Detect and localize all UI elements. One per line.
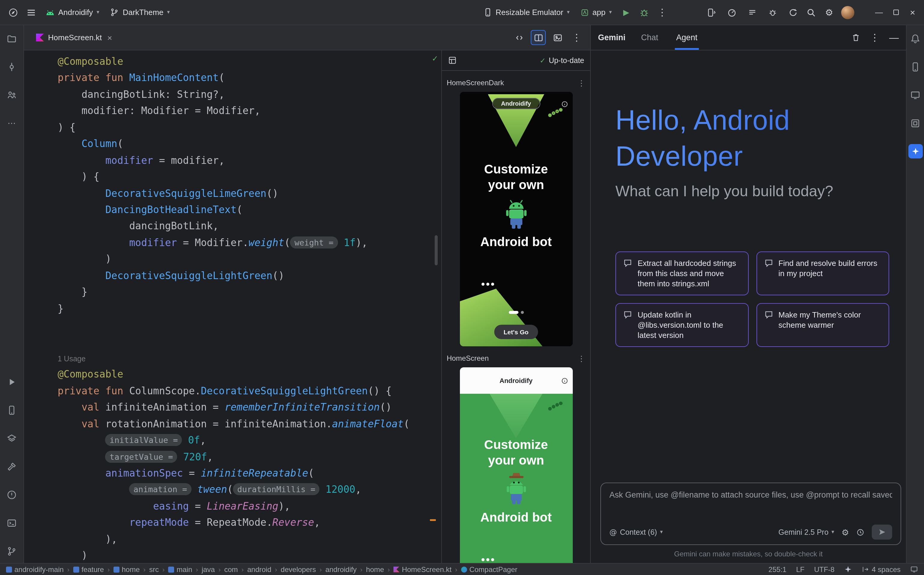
build-tool-icon[interactable] xyxy=(5,459,19,473)
code-line[interactable]: repeatMode = RepeatMode.Reverse, xyxy=(58,515,432,531)
search-icon[interactable] xyxy=(803,4,819,21)
version-control-icon[interactable] xyxy=(5,544,19,558)
main-menu-button[interactable] xyxy=(23,4,40,21)
preview-menu-kebab[interactable]: ⋮ xyxy=(577,354,585,363)
code-line[interactable]: val infiniteAnimation = rememberInfinite… xyxy=(58,399,432,416)
file-encoding[interactable]: UTF-8 xyxy=(814,565,835,573)
gemini-tab-chat[interactable]: Chat xyxy=(640,25,660,50)
breadcrumb-item[interactable]: main xyxy=(168,565,192,573)
code-line[interactable]: } xyxy=(58,284,432,300)
device-explorer-icon[interactable] xyxy=(5,403,19,417)
more-tool-windows-icon[interactable]: ⋯ xyxy=(5,116,19,130)
breadcrumb-item[interactable]: androidify xyxy=(325,565,357,573)
run-tool-icon[interactable] xyxy=(5,375,19,389)
screen-icon[interactable] xyxy=(910,565,918,573)
suggestion-card[interactable]: Find and resolve build errors in my proj… xyxy=(756,251,889,295)
gradle-sync-icon[interactable] xyxy=(785,4,802,21)
window-maximize-button[interactable] xyxy=(889,6,902,19)
code-line[interactable]: DecorativeSquiggleLightGreen() xyxy=(58,267,432,284)
gemini-spark-icon[interactable] xyxy=(844,565,852,573)
inlay-hint[interactable]: targetValue = xyxy=(105,451,177,462)
tab-close-icon[interactable]: × xyxy=(107,33,112,42)
code-editor[interactable]: @Composableprivate fun MainHomeContent( … xyxy=(24,51,441,563)
code-line[interactable]: DancingBotHeadlineText( xyxy=(58,202,432,218)
split-view-button[interactable] xyxy=(531,30,546,45)
code-line[interactable]: initialValue = 0f, xyxy=(58,432,432,449)
code-line[interactable]: } xyxy=(58,300,432,317)
preview-scroll-area[interactable]: HomeScreenDark ⋮ Androidify Customize yo… xyxy=(442,71,590,563)
inlay-hint[interactable]: initialValue = xyxy=(105,434,182,446)
preview-homescreendark[interactable]: Androidify Customize your own xyxy=(460,92,573,346)
editor-tab-homescreen[interactable]: HomeScreen.kt × xyxy=(30,25,118,50)
breadcrumb-item[interactable]: home xyxy=(366,565,384,573)
indent-setting[interactable]: 4 spaces xyxy=(862,565,900,573)
code-line[interactable]: animation = tween(durationMillis = 12000… xyxy=(58,482,432,498)
app-quality-insights-icon[interactable] xyxy=(764,4,781,21)
commit-tool-icon[interactable] xyxy=(5,59,19,74)
run-config-selector[interactable]: app ▾ xyxy=(576,5,617,20)
code-line[interactable]: private fun ColumnScope.DecorativeSquigg… xyxy=(58,383,432,399)
window-close-button[interactable]: × xyxy=(906,6,919,19)
send-button[interactable] xyxy=(872,524,892,540)
code-line[interactable]: targetValue = 720f, xyxy=(58,449,432,465)
gemini-input[interactable]: Ask Gemini, use @filename to attach sour… xyxy=(609,490,892,499)
code-line[interactable]: animationSpec = infiniteRepeatable( xyxy=(58,465,432,482)
notifications-icon[interactable] xyxy=(908,31,922,46)
project-selector[interactable]: Androidify ▾ xyxy=(41,5,104,20)
editor-scrollbar-thumb[interactable] xyxy=(435,235,438,265)
code-line[interactable]: modifier: Modifier = Modifier, xyxy=(58,103,432,119)
code-line[interactable]: ), xyxy=(58,531,432,547)
branch-selector[interactable]: DarkTheme ▾ xyxy=(105,5,175,20)
run-button[interactable]: ▶ xyxy=(618,4,635,21)
code-line[interactable]: ) xyxy=(58,251,432,268)
problems-tool-icon[interactable] xyxy=(5,488,19,502)
editor-options-kebab[interactable]: ⋮ xyxy=(569,30,584,45)
line-ending[interactable]: LF xyxy=(796,565,805,573)
error-stripe[interactable]: ✓ xyxy=(432,51,441,563)
breadcrumb-item[interactable]: com xyxy=(224,565,238,573)
running-devices-icon[interactable] xyxy=(908,87,922,102)
design-view-button[interactable] xyxy=(550,30,565,45)
breadcrumb-item[interactable]: feature xyxy=(73,565,104,573)
suggestion-card[interactable]: Make my Theme's color scheme warmer xyxy=(756,303,889,347)
code-line[interactable]: ) { xyxy=(58,119,432,136)
profiler-icon[interactable] xyxy=(724,4,740,21)
preview-homescreen[interactable]: Androidify Customize your own xyxy=(460,367,573,563)
inlay-hint[interactable]: animation = xyxy=(129,483,191,496)
code-line[interactable] xyxy=(58,334,432,350)
gemini-prompt-box[interactable]: Ask Gemini, use @filename to attach sour… xyxy=(600,483,901,545)
code-line[interactable]: @Composable xyxy=(58,53,432,70)
terminal-tool-icon[interactable] xyxy=(5,516,19,530)
code-line[interactable]: private fun MainHomeContent( xyxy=(58,70,432,86)
pull-requests-icon[interactable] xyxy=(5,87,19,102)
device-streaming-icon[interactable] xyxy=(703,4,720,21)
more-actions-button[interactable]: ⋮ xyxy=(654,4,671,21)
user-avatar[interactable] xyxy=(841,6,854,19)
code-line[interactable]: @Composable xyxy=(58,367,432,383)
code-line[interactable]: Column( xyxy=(58,136,432,152)
inlay-hint[interactable]: durationMillis = xyxy=(233,483,320,496)
code-line[interactable]: ) { xyxy=(58,168,432,185)
context-selector[interactable]: @ Context (6) ▾ xyxy=(609,527,663,537)
breadcrumb-item[interactable]: java xyxy=(202,565,215,573)
code-line[interactable]: dancingBotLink, xyxy=(58,218,432,235)
layout-inspector-icon[interactable] xyxy=(908,116,922,130)
code-line[interactable]: val rotationAnimation = infiniteAnimatio… xyxy=(58,416,432,432)
history-icon[interactable] xyxy=(856,528,865,536)
breadcrumb-item[interactable]: CompactPager xyxy=(461,565,517,573)
breadcrumb-item[interactable]: android xyxy=(247,565,271,573)
device-selector[interactable]: Resizable Emulator ▾ xyxy=(478,5,574,20)
code-line[interactable]: dancingBotLink: String?, xyxy=(58,86,432,103)
code-view-button[interactable] xyxy=(512,30,526,45)
code-line[interactable]: easing = LinearEasing), xyxy=(58,498,432,515)
code-line[interactable]: 1 Usage xyxy=(58,350,432,367)
caret-position[interactable]: 255:1 xyxy=(768,565,787,573)
debug-button[interactable] xyxy=(636,4,653,21)
breadcrumb-item[interactable]: src xyxy=(149,565,159,573)
trash-icon[interactable] xyxy=(851,33,860,42)
breadcrumb-item[interactable]: androidify-main xyxy=(6,565,64,573)
gemini-options-kebab[interactable]: ⋮ xyxy=(870,32,879,43)
logcat-icon[interactable] xyxy=(744,4,761,21)
suggestion-card[interactable]: Extract all hardcoded strings from this … xyxy=(615,251,748,295)
suggestion-card[interactable]: Update kotlin in @libs.version.toml to t… xyxy=(615,303,748,347)
